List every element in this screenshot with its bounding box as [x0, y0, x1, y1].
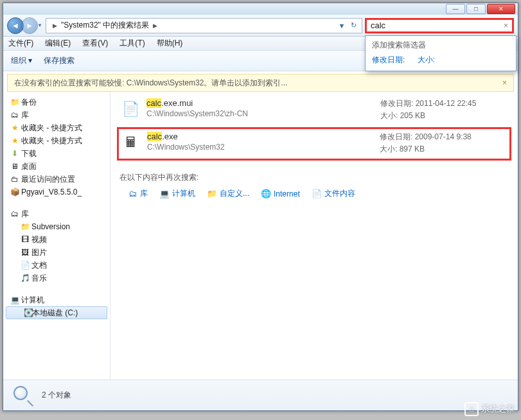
- forward-button[interactable]: ►: [21, 17, 38, 34]
- sidebar-item[interactable]: 🎵音乐: [3, 272, 110, 284]
- sidebar-item[interactable]: ★收藏夹 - 快捷方式: [3, 134, 110, 147]
- watermark-text: 系统之家: [481, 403, 515, 415]
- search-again-section: 在以下内容中再次搜索: 🗂库💻计算机📁自定义...🌐Internet📄文件内容: [110, 163, 518, 204]
- nav-buttons: ◄ ► ▼: [7, 17, 46, 35]
- sidebar-item[interactable]: ★收藏夹 - 快捷方式: [3, 121, 110, 134]
- search-again-link[interactable]: 📄文件内容: [312, 188, 355, 199]
- search-filter-size-link[interactable]: 大小:: [418, 55, 435, 64]
- status-text: 2 个对象: [42, 390, 71, 401]
- breadcrumb-text[interactable]: "System32" 中的搜索结果: [61, 20, 149, 31]
- computer-icon: 💻: [10, 295, 20, 305]
- sidebar-section-computer[interactable]: 💻计算机: [3, 293, 110, 306]
- sidebar-item[interactable]: 🗀最近访问的位置: [3, 173, 110, 186]
- search-again-link[interactable]: 📁自定义...: [207, 188, 249, 199]
- search-again-link-icon: 📄: [312, 189, 322, 199]
- watermark: ⌂ 系统之家: [464, 402, 515, 416]
- sidebar-item-icon: ★: [10, 123, 20, 133]
- sidebar-item-label: 音乐: [31, 273, 47, 284]
- sidebar-item-icon: 🗂: [10, 110, 20, 120]
- sidebar-item-icon: 🖼: [20, 247, 30, 258]
- sidebar-item-icon: 🗀: [10, 174, 20, 184]
- menu-file[interactable]: 文件(F): [8, 38, 33, 49]
- search-again-link-label: 计算机: [172, 188, 195, 199]
- search-again-link-label: 库: [140, 188, 148, 199]
- search-again-link-icon: 🌐: [261, 189, 271, 199]
- breadcrumb-separator-icon: ▶: [153, 22, 157, 29]
- sidebar: 📁备份🗂库★收藏夹 - 快捷方式★收藏夹 - 快捷方式⬇下载🖥桌面🗀最近访问的位…: [3, 92, 110, 380]
- search-clear-icon[interactable]: ×: [504, 21, 508, 30]
- search-again-header: 在以下内容中再次搜索:: [119, 172, 509, 183]
- refresh-icon[interactable]: ↻: [348, 20, 359, 31]
- search-input[interactable]: calc ×: [365, 18, 514, 33]
- save-search-button[interactable]: 保存搜索: [44, 55, 75, 66]
- search-again-link-icon: 💻: [159, 189, 170, 199]
- search-again-link[interactable]: 🗂库: [127, 188, 148, 199]
- magnifier-icon: [12, 385, 34, 407]
- maximize-button[interactable]: □: [466, 4, 486, 14]
- organize-button[interactable]: 组织 ▾: [11, 55, 32, 66]
- info-bar[interactable]: 在没有索引的位置搜索可能较慢: C:\Windows\System32。请单击以…: [7, 74, 514, 92]
- search-filter-header: 添加搜索筛选器: [372, 40, 509, 51]
- body: 📁备份🗂库★收藏夹 - 快捷方式★收藏夹 - 快捷方式⬇下载🖥桌面🗀最近访问的位…: [3, 92, 518, 380]
- explorer-window: — □ ✕ ◄ ► ▼ ▶ "System32" 中的搜索结果 ▶ ▼ ↻ ca…: [3, 3, 518, 411]
- sidebar-item-icon: 📁: [20, 222, 30, 232]
- search-filter-date-link[interactable]: 修改日期:: [372, 55, 405, 64]
- sidebar-item-label: 收藏夹 - 快捷方式: [21, 136, 82, 146]
- result-name: calc.exe.mui: [146, 98, 380, 108]
- sidebar-item-label: 收藏夹 - 快捷方式: [21, 123, 82, 134]
- close-button[interactable]: ✕: [487, 4, 515, 14]
- sidebar-item-label: 最近访问的位置: [21, 174, 75, 185]
- sidebar-item-label: 文档: [31, 260, 47, 271]
- result-meta: 修改日期: 2011-04-12 22:45大小: 205 KB: [380, 98, 509, 123]
- sidebar-item-label: 备份: [21, 97, 37, 108]
- sidebar-item-label: Subversion: [31, 222, 70, 231]
- sidebar-item[interactable]: ⬇下载: [3, 147, 110, 160]
- menu-tools[interactable]: 工具(T): [119, 38, 145, 49]
- sidebar-item-label: 视频: [31, 234, 47, 245]
- result-path: C:\Windows\System32\zh-CN: [146, 109, 380, 118]
- search-input-value: calc: [371, 21, 385, 30]
- drive-icon: 💽: [23, 308, 33, 318]
- info-bar-close-icon[interactable]: ×: [502, 78, 507, 87]
- sidebar-item[interactable]: 📁备份: [3, 96, 110, 109]
- sidebar-item[interactable]: 🎞视频: [3, 233, 110, 246]
- sidebar-item-icon: ⬇: [10, 148, 20, 159]
- sidebar-item[interactable]: 🖥桌面: [3, 160, 110, 173]
- sidebar-item-label: 库: [21, 110, 29, 121]
- status-bar: 2 个对象: [3, 380, 518, 410]
- watermark-logo-icon: ⌂: [464, 402, 479, 416]
- sidebar-item-label: 桌面: [21, 161, 37, 172]
- titlebar: — □ ✕: [3, 3, 518, 15]
- menu-view[interactable]: 查看(V): [82, 38, 108, 49]
- nav-row: ◄ ► ▼ ▶ "System32" 中的搜索结果 ▶ ▼ ↻ calc ×: [3, 15, 518, 37]
- menu-edit[interactable]: 编辑(E): [45, 38, 71, 49]
- sidebar-item-drive[interactable]: 💽本地磁盘 (C:): [6, 306, 107, 319]
- result-name: calc.exe: [147, 132, 380, 141]
- results-list: 📄calc.exe.muiC:\Windows\System32\zh-CN修改…: [110, 92, 518, 163]
- sidebar-item[interactable]: 📄文档: [3, 259, 110, 272]
- menu-help[interactable]: 帮助(H): [157, 38, 183, 49]
- search-result[interactable]: 📄calc.exe.muiC:\Windows\System32\zh-CN修改…: [117, 94, 511, 127]
- sidebar-item[interactable]: 🗂库: [3, 109, 110, 121]
- minimize-button[interactable]: —: [446, 4, 465, 14]
- search-again-link-icon: 🗂: [127, 189, 137, 199]
- sidebar-item-label: 库: [21, 209, 29, 220]
- sidebar-item-label: 图片: [31, 247, 47, 258]
- sidebar-item-icon: 📁: [10, 97, 20, 107]
- sidebar-item-label: Pgyavi_V8.5.5.0_: [21, 188, 82, 197]
- address-bar[interactable]: ▶ "System32" 中的搜索结果 ▶ ▼ ↻: [46, 18, 362, 33]
- search-result[interactable]: 🖩calc.exeC:\Windows\System32修改日期: 2009-0…: [117, 127, 511, 161]
- search-again-link-label: Internet: [274, 189, 300, 198]
- search-again-link[interactable]: 🌐Internet: [261, 189, 300, 199]
- file-icon: 🖩: [120, 132, 142, 153]
- result-path: C:\Windows\System32: [147, 143, 380, 152]
- sidebar-item[interactable]: 🖼图片: [3, 246, 110, 259]
- sidebar-item[interactable]: 📁Subversion: [3, 220, 110, 233]
- sidebar-item-icon: 📦: [10, 187, 20, 197]
- search-again-link[interactable]: 💻计算机: [159, 188, 195, 199]
- search-again-link-icon: 📁: [207, 189, 217, 199]
- sidebar-section-libraries[interactable]: 🗂库: [3, 207, 110, 220]
- sidebar-item[interactable]: 📦Pgyavi_V8.5.5.0_: [3, 186, 110, 198]
- file-icon: 📄: [119, 98, 141, 120]
- address-dropdown-icon[interactable]: ▼: [336, 20, 348, 31]
